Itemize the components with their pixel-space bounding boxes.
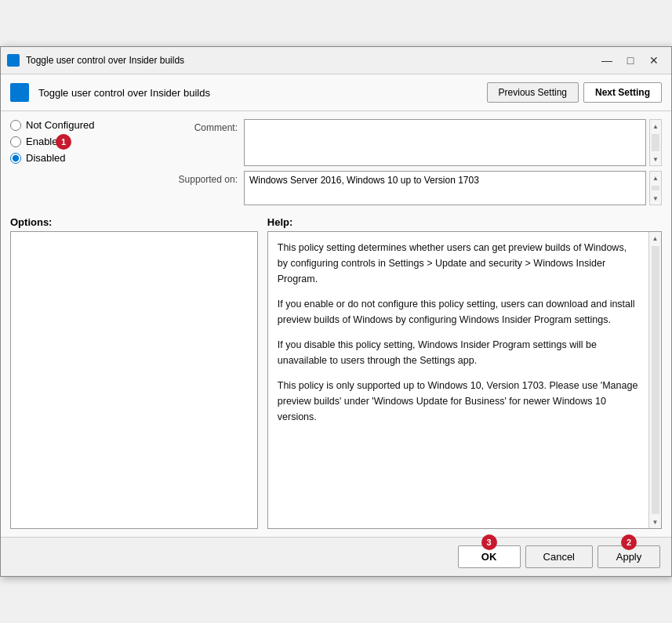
supported-scroll-up[interactable]: ▲ <box>650 172 661 184</box>
help-box-wrap: This policy setting determines whether u… <box>267 231 662 529</box>
next-setting-button[interactable]: Next Setting <box>583 82 662 103</box>
minimize-button[interactable]: — <box>596 52 618 69</box>
help-scrollbar[interactable]: ▲ ▼ <box>648 232 661 528</box>
comment-scroll-down[interactable]: ▼ <box>650 153 661 165</box>
comment-scroll-thumb[interactable] <box>652 134 659 151</box>
options-label: Options: <box>10 216 258 228</box>
header-icon <box>10 83 29 102</box>
footer: 3 OK Cancel 2 Apply <box>1 537 671 576</box>
badge-1: 1 <box>56 134 71 150</box>
apply-badge-container: 2 Apply <box>598 545 660 568</box>
main-panels: Options: Help: This policy setting deter… <box>10 216 662 529</box>
maximize-button[interactable]: □ <box>619 52 641 69</box>
help-para-4: This policy is only supported up to Wind… <box>278 378 639 425</box>
close-button[interactable]: ✕ <box>643 52 665 69</box>
previous-setting-button[interactable]: Previous Setting <box>487 82 579 103</box>
title-bar-text: Toggle user control over Insider builds <box>26 55 590 66</box>
supported-scroll-thumb[interactable] <box>652 186 659 190</box>
top-row: Not Configured Enabled 1 Disabled <box>10 119 662 210</box>
header-title: Toggle user control over Insider builds <box>38 87 478 99</box>
not-configured-radio-label[interactable]: Not Configured <box>10 119 136 131</box>
enabled-radio-label[interactable]: Enabled 1 <box>10 136 136 147</box>
comment-scrollbar[interactable]: ▲ ▼ <box>649 119 662 166</box>
comment-textarea[interactable] <box>244 119 646 166</box>
not-configured-radio[interactable] <box>10 120 21 131</box>
help-para-3: If you disable this policy setting, Wind… <box>278 337 639 368</box>
help-label: Help: <box>267 216 662 228</box>
comment-label: Comment: <box>143 119 238 133</box>
comment-row: Comment: ▲ ▼ <box>143 119 662 166</box>
badge-3: 3 <box>481 534 497 550</box>
right-form-col: Comment: ▲ ▼ Supported on: Win <box>143 119 662 210</box>
help-text-area: This policy setting determines whether u… <box>268 232 648 528</box>
help-scroll-thumb[interactable] <box>652 246 659 514</box>
help-panel: Help: This policy setting determines whe… <box>267 216 662 529</box>
supported-label: Supported on: <box>143 171 238 185</box>
help-para-2: If you enable or do not configure this p… <box>278 296 639 328</box>
main-window: Toggle user control over Insider builds … <box>0 46 672 577</box>
options-box <box>10 231 258 529</box>
supported-row: Supported on: Windows Server 2016, Windo… <box>143 171 662 205</box>
help-scroll-down[interactable]: ▼ <box>649 516 661 528</box>
radio-section: Not Configured Enabled 1 Disabled <box>10 119 136 210</box>
supported-scrollbar[interactable]: ▲ ▼ <box>649 171 662 205</box>
content-area: Not Configured Enabled 1 Disabled <box>1 111 671 537</box>
disabled-radio-label[interactable]: Disabled <box>10 152 136 164</box>
help-para-1: This policy setting determines whether u… <box>278 240 639 287</box>
badge-2: 2 <box>621 534 637 550</box>
nav-buttons: Previous Setting Next Setting <box>487 82 662 103</box>
supported-scroll-down[interactable]: ▼ <box>650 192 661 205</box>
supported-value: Windows Server 2016, Windows 10 up to Ve… <box>249 175 479 186</box>
ok-badge-container: 3 OK <box>458 545 521 568</box>
comment-field-wrap: ▲ ▼ <box>244 119 662 166</box>
title-bar: Toggle user control over Insider builds … <box>1 47 671 74</box>
header-row: Toggle user control over Insider builds … <box>1 74 671 111</box>
options-panel: Options: <box>10 216 258 529</box>
disabled-radio[interactable] <box>10 153 21 164</box>
supported-field-wrap: Windows Server 2016, Windows 10 up to Ve… <box>244 171 662 205</box>
comment-scroll-up[interactable]: ▲ <box>650 120 661 132</box>
supported-value-box: Windows Server 2016, Windows 10 up to Ve… <box>244 171 646 205</box>
cancel-button[interactable]: Cancel <box>525 545 593 568</box>
title-bar-controls: — □ ✕ <box>596 52 665 69</box>
not-configured-text: Not Configured <box>26 119 94 131</box>
enabled-radio[interactable] <box>10 136 21 147</box>
window-icon <box>7 54 20 67</box>
disabled-text: Disabled <box>26 152 66 164</box>
help-scroll-up[interactable]: ▲ <box>649 232 661 244</box>
